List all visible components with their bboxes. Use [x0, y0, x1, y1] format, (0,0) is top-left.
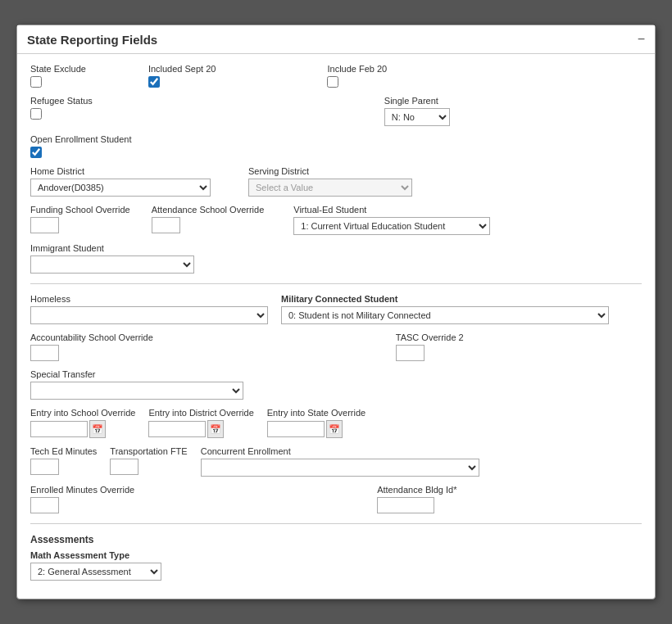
- homeless-select[interactable]: [30, 306, 268, 324]
- funding-school-label: Funding School Override: [30, 205, 130, 215]
- row-11: Tech Ed Minutes Transportation FTE Concu…: [30, 446, 642, 477]
- state-exclude-checkbox[interactable]: [30, 76, 42, 88]
- tasc-override2-input[interactable]: [396, 345, 425, 361]
- tech-ed-input[interactable]: [30, 459, 59, 475]
- enrolled-minutes-label: Enrolled Minutes Override: [30, 485, 134, 495]
- transportation-fte-group: Transportation FTE: [110, 446, 187, 475]
- assessments-label: Assessments: [30, 534, 642, 545]
- math-assessment-group: Math Assessment Type 2: General Assessme…: [30, 550, 642, 581]
- include-feb20-checkbox[interactable]: [327, 76, 338, 88]
- tasc-override2-label: TASC Override 2: [396, 332, 464, 342]
- entry-district-calendar-button[interactable]: 📅: [207, 420, 224, 438]
- virtual-ed-select[interactable]: 1: Current Virtual Education Student 0: …: [293, 217, 490, 235]
- enrolled-minutes-group: Enrolled Minutes Override: [30, 485, 134, 513]
- math-assessment-label: Math Assessment Type: [30, 550, 642, 560]
- transportation-fte-input[interactable]: [110, 459, 138, 475]
- open-enrollment-checkbox[interactable]: [30, 147, 42, 158]
- tasc-override2-group: TASC Override 2: [396, 332, 464, 361]
- serving-district-label: Serving District: [248, 166, 412, 176]
- entry-school-date-wrapper: 📅: [30, 420, 135, 438]
- special-transfer-label: Special Transfer: [30, 369, 243, 379]
- included-sept20-group: Included Sept 20: [148, 64, 216, 88]
- row-5: Funding School Override Attendance Schoo…: [30, 205, 642, 235]
- row-7: Homeless Military Connected Student 0: S…: [30, 294, 642, 324]
- funding-school-input[interactable]: [30, 217, 59, 233]
- military-connected-group: Military Connected Student 0: Student is…: [281, 294, 609, 324]
- special-transfer-select[interactable]: [30, 382, 243, 400]
- close-button[interactable]: −: [638, 32, 645, 47]
- divider-1: [30, 283, 642, 284]
- immigrant-student-select[interactable]: [30, 255, 194, 274]
- row-1: State Exclude Included Sept 20 Include F…: [30, 64, 642, 88]
- assessments-section: Assessments Math Assessment Type 2: Gene…: [30, 534, 642, 581]
- included-sept20-label: Included Sept 20: [148, 64, 216, 74]
- row-10: Entry into School Override 📅 Entry into …: [30, 408, 642, 438]
- attendance-school-input[interactable]: [152, 217, 180, 233]
- window-title: State Reporting Fields: [27, 33, 157, 47]
- immigrant-student-label: Immigrant Student: [30, 243, 194, 253]
- state-exclude-group: State Exclude: [30, 64, 86, 88]
- attendance-bldg-input[interactable]: [377, 497, 434, 513]
- row-6: Immigrant Student: [30, 243, 642, 274]
- math-assessment-select[interactable]: 2: General Assessment 1: Alternate Asses…: [30, 563, 161, 581]
- homeless-group: Homeless: [30, 294, 268, 324]
- row-4: Home District Andover(D0385) Serving Dis…: [30, 166, 642, 197]
- tech-ed-label: Tech Ed Minutes: [30, 446, 97, 456]
- concurrent-enrollment-select[interactable]: [201, 459, 479, 477]
- row-8: Accountability School Override TASC Over…: [30, 332, 642, 361]
- row-2: Refugee Status Single Parent N: No Y: Ye…: [30, 96, 642, 126]
- serving-district-select[interactable]: Select a Value: [248, 179, 412, 197]
- include-feb20-group: Include Feb 20: [327, 64, 387, 88]
- accountability-school-label: Accountability School Override: [30, 332, 153, 342]
- title-bar: State Reporting Fields −: [17, 25, 655, 54]
- attendance-bldg-group: Attendance Bldg Id*: [377, 485, 456, 513]
- funding-school-group: Funding School Override: [30, 205, 130, 233]
- attendance-school-group: Attendance School Override: [152, 205, 265, 233]
- open-enrollment-label: Open Enrollment Student: [30, 134, 132, 144]
- home-district-select[interactable]: Andover(D0385): [30, 179, 211, 197]
- row-9: Special Transfer: [30, 369, 642, 400]
- content-area: State Exclude Included Sept 20 Include F…: [17, 54, 655, 599]
- main-window: State Reporting Fields − State Exclude I…: [16, 25, 656, 599]
- entry-state-group: Entry into State Override 📅: [267, 408, 366, 438]
- immigrant-student-group: Immigrant Student: [30, 243, 194, 274]
- entry-district-label: Entry into District Override: [148, 408, 253, 418]
- include-feb20-label: Include Feb 20: [327, 64, 387, 74]
- row-12: Enrolled Minutes Override Attendance Bld…: [30, 485, 642, 513]
- entry-school-calendar-button[interactable]: 📅: [89, 420, 106, 438]
- included-sept20-checkbox[interactable]: [148, 76, 160, 88]
- attendance-school-label: Attendance School Override: [152, 205, 265, 215]
- entry-state-calendar-button[interactable]: 📅: [326, 420, 343, 438]
- attendance-bldg-label: Attendance Bldg Id*: [377, 485, 456, 495]
- entry-school-input[interactable]: [30, 421, 88, 437]
- accountability-school-group: Accountability School Override: [30, 332, 153, 361]
- transportation-fte-label: Transportation FTE: [110, 446, 187, 456]
- special-transfer-group: Special Transfer: [30, 369, 243, 400]
- serving-district-group: Serving District Select a Value: [248, 166, 412, 197]
- entry-state-date-wrapper: 📅: [267, 420, 366, 438]
- homeless-label: Homeless: [30, 294, 268, 304]
- entry-district-input[interactable]: [148, 421, 206, 437]
- refugee-status-checkbox[interactable]: [30, 108, 42, 120]
- military-connected-label: Military Connected Student: [281, 294, 609, 304]
- single-parent-group: Single Parent N: No Y: Yes: [384, 96, 450, 126]
- entry-school-label: Entry into School Override: [30, 408, 135, 418]
- tech-ed-group: Tech Ed Minutes: [30, 446, 97, 475]
- virtual-ed-group: Virtual-Ed Student 1: Current Virtual Ed…: [293, 205, 490, 235]
- entry-state-label: Entry into State Override: [267, 408, 366, 418]
- single-parent-select[interactable]: N: No Y: Yes: [384, 108, 450, 126]
- state-exclude-label: State Exclude: [30, 64, 86, 74]
- accountability-school-input[interactable]: [30, 345, 59, 361]
- home-district-group: Home District Andover(D0385): [30, 166, 211, 197]
- entry-state-input[interactable]: [267, 421, 325, 437]
- concurrent-enrollment-group: Concurrent Enrollment: [201, 446, 479, 477]
- divider-2: [30, 523, 642, 524]
- entry-district-group: Entry into District Override 📅: [148, 408, 253, 438]
- refugee-status-label: Refugee Status: [30, 96, 93, 106]
- concurrent-enrollment-label: Concurrent Enrollment: [201, 446, 479, 456]
- enrolled-minutes-input[interactable]: [30, 497, 59, 513]
- virtual-ed-label: Virtual-Ed Student: [293, 205, 490, 215]
- entry-district-date-wrapper: 📅: [148, 420, 253, 438]
- military-connected-select[interactable]: 0: Student is not Military Connected 1: …: [281, 306, 609, 324]
- open-enrollment-group: Open Enrollment Student: [30, 134, 132, 158]
